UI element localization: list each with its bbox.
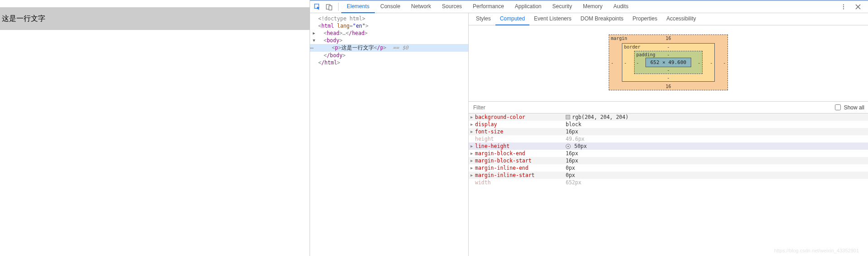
page-viewport: 这是一行文字 [0, 0, 310, 256]
side-tab-computed[interactable]: Computed [495, 13, 529, 25]
padding-left-val: - [636, 60, 639, 65]
elements-dom-tree[interactable]: <!doctype html> <html lang="en"> ▶ <head… [310, 13, 469, 256]
margin-bottom-val: 16 [665, 84, 671, 89]
devtools-main-tabs: Elements Console Network Sources Perform… [341, 1, 634, 13]
goto-source-icon[interactable] [566, 144, 571, 149]
border-label: border [624, 44, 640, 49]
padding-label: padding [636, 52, 655, 57]
devtools-window: Elements Console Network Sources Perform… [310, 0, 868, 256]
collapse-icon[interactable]: ▼ [313, 38, 315, 43]
more-options-icon[interactable] [838, 1, 849, 12]
dom-html-close[interactable]: </html> [310, 59, 468, 66]
tab-console[interactable]: Console [375, 1, 406, 13]
expand-icon[interactable]: ▶ [470, 122, 475, 127]
svg-rect-2 [329, 5, 332, 10]
prop-value: 0px [566, 165, 575, 171]
border-top-val: - [667, 44, 669, 49]
expand-icon[interactable]: ▶ [470, 151, 475, 156]
prop-value: rgb(204, 204, 204) [566, 114, 629, 120]
expand-icon[interactable]: ▶ [470, 158, 475, 163]
padding-top-val: - [667, 52, 669, 57]
computed-pane: margin 16 16 - - border - - - - paddin [469, 25, 868, 256]
expand-icon[interactable]: ▶ [313, 31, 315, 35]
computed-prop-row[interactable]: ▶line-height50px [469, 143, 868, 150]
side-tabs: Styles Computed Event Listeners DOM Brea… [469, 13, 868, 25]
computed-prop-row[interactable]: ▶margin-block-end16px [469, 150, 868, 157]
show-all-toggle[interactable]: Show all [833, 103, 864, 112]
expand-icon[interactable]: ▶ [470, 115, 475, 119]
show-all-checkbox[interactable] [835, 104, 841, 110]
side-tab-accessibility[interactable]: Accessibility [662, 13, 700, 25]
prop-name: font-size [475, 128, 566, 135]
prop-name: margin-block-end [475, 150, 566, 157]
dom-doctype[interactable]: <!doctype html> [310, 15, 468, 22]
prop-name: background-color [475, 114, 566, 120]
filter-input[interactable] [472, 104, 833, 111]
tab-performance[interactable]: Performance [467, 1, 509, 13]
computed-prop-row[interactable]: ▶margin-inline-end0px [469, 164, 868, 172]
tab-network[interactable]: Network [406, 1, 436, 13]
prop-value: 50px [566, 143, 587, 149]
color-swatch-icon[interactable] [566, 115, 570, 119]
prop-name: width [475, 179, 566, 186]
side-tab-dom-breakpoints[interactable]: DOM Breakpoints [576, 13, 628, 25]
prop-name: margin-inline-start [475, 172, 566, 178]
content-size: 652 × 49.600 [645, 58, 691, 67]
margin-top-val: 16 [665, 36, 671, 41]
computed-prop-row[interactable]: ▶font-size16px [469, 128, 868, 135]
computed-prop-row[interactable]: ▶margin-inline-start0px [469, 172, 868, 179]
side-tab-styles[interactable]: Styles [471, 13, 495, 25]
filter-row: Show all [469, 101, 868, 113]
svg-point-3 [843, 4, 844, 5]
tab-elements[interactable]: Elements [341, 1, 375, 13]
computed-prop-row[interactable]: ▶displayblock [469, 121, 868, 128]
paragraph: 这是一行文字 [0, 7, 310, 30]
side-tab-event-listeners[interactable]: Event Listeners [529, 13, 576, 25]
computed-prop-row[interactable]: ▶margin-block-start16px [469, 157, 868, 164]
tab-application[interactable]: Application [509, 1, 547, 13]
prop-value: block [566, 121, 582, 128]
margin-label: margin [611, 36, 627, 41]
devtools-toolbar: Elements Console Network Sources Perform… [310, 1, 868, 13]
prop-name: height [475, 136, 566, 142]
dom-body-open[interactable]: ▼ <body> [310, 37, 468, 44]
device-toolbar-icon[interactable] [324, 1, 335, 12]
dom-p-selected[interactable]: ⋯ <p>这是一行文字</p> == $0 [310, 44, 468, 52]
dom-body-close[interactable]: </body> [310, 52, 468, 59]
tab-memory[interactable]: Memory [577, 1, 608, 13]
tab-security[interactable]: Security [547, 1, 577, 13]
expand-icon[interactable]: ▶ [470, 144, 475, 148]
computed-prop-row[interactable]: width652px [469, 179, 868, 186]
border-right-val: - [710, 60, 713, 65]
close-icon[interactable] [853, 1, 863, 12]
expand-icon[interactable]: ▶ [470, 173, 475, 177]
svg-point-4 [843, 6, 844, 7]
tab-audits[interactable]: Audits [608, 1, 634, 13]
prop-value: 16px [566, 128, 578, 135]
computed-prop-row[interactable]: ▶background-colorrgb(204, 204, 204) [469, 113, 868, 121]
expand-icon[interactable]: ▶ [470, 129, 475, 134]
toolbar-divider [338, 3, 339, 11]
padding-right-val: - [698, 60, 700, 65]
prop-value: 49.6px [566, 136, 585, 142]
expand-icon[interactable]: ▶ [470, 166, 475, 170]
padding-bottom-val: - [667, 68, 669, 73]
svg-point-5 [843, 8, 844, 9]
box-model[interactable]: margin 16 16 - - border - - - - paddin [469, 25, 868, 101]
border-left-val: - [624, 60, 627, 65]
ellipsis-icon[interactable]: ⋯ [310, 44, 313, 51]
tab-sources[interactable]: Sources [436, 1, 467, 13]
margin-left-val: - [611, 60, 614, 65]
computed-prop-row[interactable]: height49.6px [469, 135, 868, 143]
margin-right-val: - [723, 60, 726, 65]
side-tab-properties[interactable]: Properties [628, 13, 662, 25]
side-panel: Styles Computed Event Listeners DOM Brea… [469, 13, 868, 256]
prop-value: 652px [566, 179, 582, 186]
prop-value: 0px [566, 172, 575, 178]
prop-value: 16px [566, 158, 578, 164]
border-bottom-val: - [667, 75, 669, 80]
inspect-element-icon[interactable] [312, 1, 323, 12]
dom-html-open[interactable]: <html lang="en"> [310, 22, 468, 30]
prop-name: margin-block-start [475, 158, 566, 164]
dom-head[interactable]: ▶ <head>…</head> [310, 30, 468, 37]
